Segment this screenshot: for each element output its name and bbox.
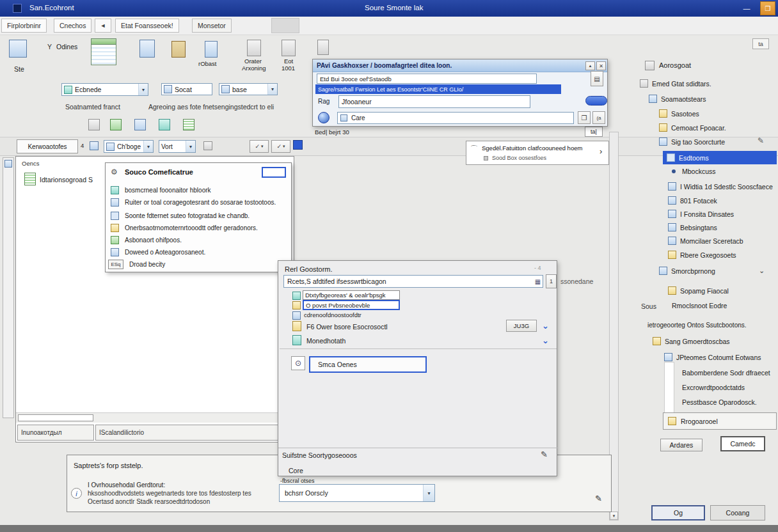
- tree-row[interactable]: Sasotoes: [659, 109, 699, 118]
- tree-row[interactable]: Soamaotstears: [649, 95, 706, 103]
- menu-item-1[interactable]: Firplorbninr: [1, 19, 47, 33]
- ju3g-button[interactable]: JU3G: [506, 320, 537, 332]
- ecbnede-dropdown[interactable]: Ecbnede ▾: [61, 83, 148, 96]
- vort-dropdown[interactable]: Vort ▾: [159, 140, 196, 153]
- camedc-button[interactable]: Camedc: [720, 436, 765, 451]
- grid-doc-icon[interactable]: [134, 119, 146, 130]
- tree-row[interactable]: Mbockcuss: [669, 168, 716, 175]
- pen-icon[interactable]: ✎: [541, 450, 548, 459]
- context-menu-item[interactable]: bosmcrneal fooonaitor hbloork: [111, 186, 211, 194]
- new-doc-icon[interactable]: [110, 119, 122, 130]
- record-type-dropdown[interactable]: Rcets,S afdtifed ifsesswrtbicagon ▦: [283, 275, 543, 288]
- layers-icon[interactable]: [90, 141, 99, 150]
- tree-row[interactable]: I Fonsita Dinsates: [668, 210, 734, 218]
- tree-row[interactable]: Sopamg Fiaocal: [668, 286, 729, 295]
- panel-corner-badge[interactable]: ta: [752, 38, 769, 49]
- list-doc-icon[interactable]: [183, 119, 194, 130]
- order-tool-icon[interactable]: [247, 40, 261, 56]
- base-dropdown[interactable]: base ▾: [219, 83, 278, 95]
- browse-button[interactable]: ▤: [591, 71, 603, 86]
- tree-row-selected[interactable]: Esdtooms: [663, 151, 777, 164]
- tree-row[interactable]: Sig tao Soorcturte: [659, 137, 725, 146]
- clipboard-tool-icon[interactable]: [171, 41, 186, 58]
- context-menu-item[interactable]: Doweed o Aoteagorosaneot.: [111, 248, 205, 256]
- ok-button[interactable]: Og: [651, 505, 705, 520]
- menu-item-2[interactable]: Cnechos: [54, 19, 91, 33]
- format-tool-icon[interactable]: [205, 41, 218, 58]
- tree-row[interactable]: Cemoact Fpoacar.: [659, 123, 726, 132]
- context-menu-item[interactable]: ESqDroad becity: [108, 260, 165, 269]
- tree-row[interactable]: JPteomes Cotoumt Eotwans: [664, 353, 761, 361]
- chevron-down-icon[interactable]: ⌄: [542, 321, 549, 331]
- tree-row[interactable]: Emed Gtat sdidtars.: [640, 79, 711, 88]
- dialog-up-button[interactable]: ▴: [585, 61, 595, 70]
- blue-pill-button[interactable]: [585, 96, 607, 106]
- app-window-button[interactable]: ❐: [760, 1, 775, 15]
- tree-row[interactable]: Babomberdene Sodr dfraecet: [678, 368, 770, 377]
- refresh-button[interactable]: ⊙: [291, 356, 305, 370]
- tree-row[interactable]: Bebsingtans: [668, 223, 717, 231]
- path-input[interactable]: Etd Bui 3ooce oef'Sstaodb: [317, 74, 537, 84]
- tree-row[interactable]: Momcilaer Sceretacb: [668, 237, 743, 245]
- export-icon[interactable]: [159, 119, 170, 130]
- dialog-close-button[interactable]: ✕: [596, 61, 606, 70]
- ardares-button[interactable]: Ardares: [660, 439, 703, 451]
- menu-item-3[interactable]: Etat Foansseoek!: [115, 19, 179, 33]
- chevron-down-icon[interactable]: ⌄: [759, 267, 765, 275]
- context-menu-item[interactable]: Onerbsaotrnomoternrtooodtt odfer geradon…: [111, 224, 258, 232]
- info-square-icon[interactable]: [293, 140, 303, 150]
- cancel-button[interactable]: Cooang: [710, 505, 765, 520]
- tree-row[interactable]: Sang Gmoerdtoscbas: [653, 337, 730, 345]
- check-dropdown-1[interactable]: ✓▾: [250, 140, 269, 153]
- minimize-button[interactable]: —: [741, 3, 752, 14]
- chevron-right-icon[interactable]: ›: [599, 146, 602, 156]
- edit-tool-icon[interactable]: [282, 40, 296, 56]
- pen-icon[interactable]: ✎: [758, 136, 764, 145]
- back-arrow-button[interactable]: ◄: [95, 19, 111, 33]
- misc-tool-icon[interactable]: [317, 40, 329, 55]
- document-tool-icon[interactable]: [139, 40, 155, 58]
- tree-row[interactable]: Excrowrdtpoodctatds: [678, 383, 745, 391]
- option-row-1[interactable]: Dtxtyfbgeoreas' & oealr'bpsgk: [303, 290, 400, 300]
- context-menu-item[interactable]: Ruiter or toal coragegotesrant do sosara…: [111, 198, 276, 207]
- menu-header-box[interactable]: [262, 167, 286, 178]
- tree-row[interactable]: I Widtia 1d Sdestlc Sooscfaece: [668, 182, 773, 191]
- tree-row[interactable]: Pesstbasce Oparodosck.: [678, 398, 757, 406]
- check-dropdown-2[interactable]: ✓▾: [271, 140, 290, 153]
- horizontal-scrollbar[interactable]: [16, 412, 294, 423]
- copy-button[interactable]: ❐: [578, 111, 591, 124]
- quality-dropdown[interactable]: bchsrr Oorscly ▾: [279, 484, 435, 502]
- tree-row-boxed[interactable]: Rrogoarooel: [663, 412, 777, 430]
- notice-line-2[interactable]: Sood Box oosestfoes: [492, 155, 546, 161]
- tree-row[interactable]: Rbere Gxegosoets: [668, 251, 736, 259]
- scroll-down-button[interactable]: ▾: [610, 512, 618, 520]
- option-row-2-selected[interactable]: O povst Pvbsneobevble: [303, 300, 400, 310]
- new-file-toolbar-icon[interactable]: [9, 40, 27, 58]
- option-row-3[interactable]: cdrenoofdnoostoofdtr: [304, 311, 361, 318]
- scrollbar-thumb[interactable]: [18, 414, 93, 421]
- at-button[interactable]: (a: [592, 111, 605, 124]
- smca-button[interactable]: Smca Oenes: [309, 356, 427, 373]
- left-panel-tab[interactable]: Kerwoaotofes: [17, 139, 78, 153]
- socat-dropdown[interactable]: Socat: [161, 83, 212, 95]
- name-input[interactable]: Jfooaneur: [338, 95, 530, 108]
- mone-row-label[interactable]: Monedhotath: [306, 337, 345, 345]
- notice-line-1[interactable]: Sgedёl.Fatuitton clatfcoouneed hoem: [482, 145, 582, 152]
- tree-row[interactable]: 801 Fotacek: [668, 196, 717, 205]
- context-menu-item[interactable]: Soonte fdternet suteo fotogratad ke chan…: [111, 212, 250, 220]
- tree-row[interactable]: Rmoclsnoot Eodre: [668, 301, 727, 309]
- window-titlebar[interactable]: San.Ecohront Soure Smonte lak — ❐: [0, 0, 778, 17]
- table-view-icon[interactable]: [203, 141, 212, 150]
- highlighted-row[interactable]: Sagre/rsatball Fwrsion Let aes Esoontstr…: [315, 84, 561, 94]
- chevron-down-icon[interactable]: ⌄: [542, 336, 549, 345]
- context-menu-item[interactable]: Asbonaort ohifpoos.: [111, 236, 182, 244]
- tree-row[interactable]: Smorcbprnong: [659, 267, 715, 275]
- f6-row-label[interactable]: F6 Ower bsore Esocrosoctl: [306, 323, 388, 331]
- menu-item-4[interactable]: Monsetor: [192, 19, 232, 33]
- chboge-dropdown[interactable]: Ch'boge ▾: [104, 140, 154, 153]
- dock-icon[interactable]: [4, 160, 12, 168]
- care-input[interactable]: Care: [337, 112, 574, 124]
- table-tool-icon[interactable]: [91, 38, 116, 65]
- list-item[interactable]: Idtarionsogroad S: [40, 176, 93, 184]
- flip-icon[interactable]: [88, 119, 100, 130]
